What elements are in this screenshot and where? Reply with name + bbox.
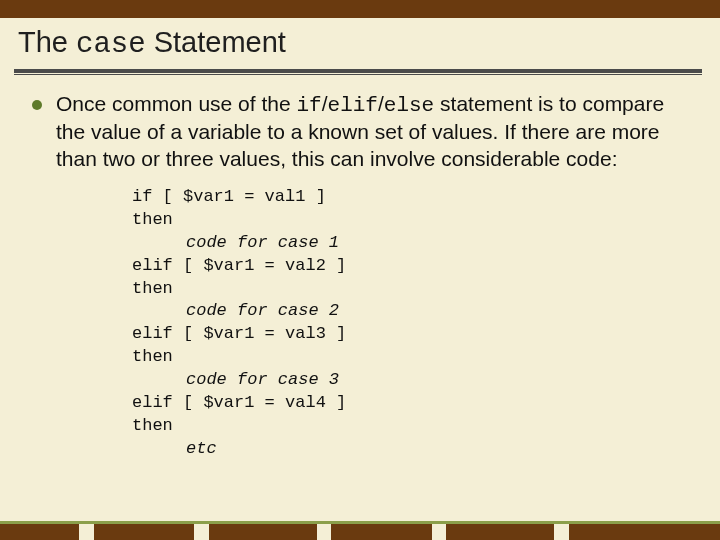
title-part2: Statement — [146, 26, 286, 58]
slide-title: The case Statement — [18, 26, 702, 61]
bottom-bar — [0, 524, 720, 540]
top-bar — [0, 0, 720, 18]
para-p1: Once common use of the — [56, 92, 296, 115]
slide: The case Statement Once common use of th… — [0, 0, 720, 540]
bullet-item: Once common use of the if/elif/else stat… — [32, 91, 688, 172]
bullet-text: Once common use of the if/elif/else stat… — [56, 91, 688, 172]
para-c1: if — [296, 94, 321, 117]
title-code: case — [76, 28, 146, 61]
code-l02: then — [132, 210, 173, 229]
para-c2: elif — [328, 94, 378, 117]
code-l09: code for case 3 — [132, 369, 339, 392]
code-l08: then — [132, 347, 173, 366]
code-l01: if [ $var1 = val1 ] — [132, 187, 326, 206]
title-part1: The — [18, 26, 76, 58]
code-block: if [ $var1 = val1 ] then code for case 1… — [132, 186, 688, 461]
para-c3: else — [384, 94, 434, 117]
code-l07: elif [ $var1 = val3 ] — [132, 324, 346, 343]
code-l11: then — [132, 416, 173, 435]
code-l05: then — [132, 279, 173, 298]
content-area: Once common use of the if/elif/else stat… — [0, 75, 720, 461]
code-l12: etc — [132, 438, 217, 461]
code-l10: elif [ $var1 = val4 ] — [132, 393, 346, 412]
code-l03: code for case 1 — [132, 232, 339, 255]
code-l04: elif [ $var1 = val2 ] — [132, 256, 346, 275]
title-area: The case Statement — [0, 18, 720, 63]
code-l06: code for case 2 — [132, 300, 339, 323]
bullet-icon — [32, 100, 42, 110]
